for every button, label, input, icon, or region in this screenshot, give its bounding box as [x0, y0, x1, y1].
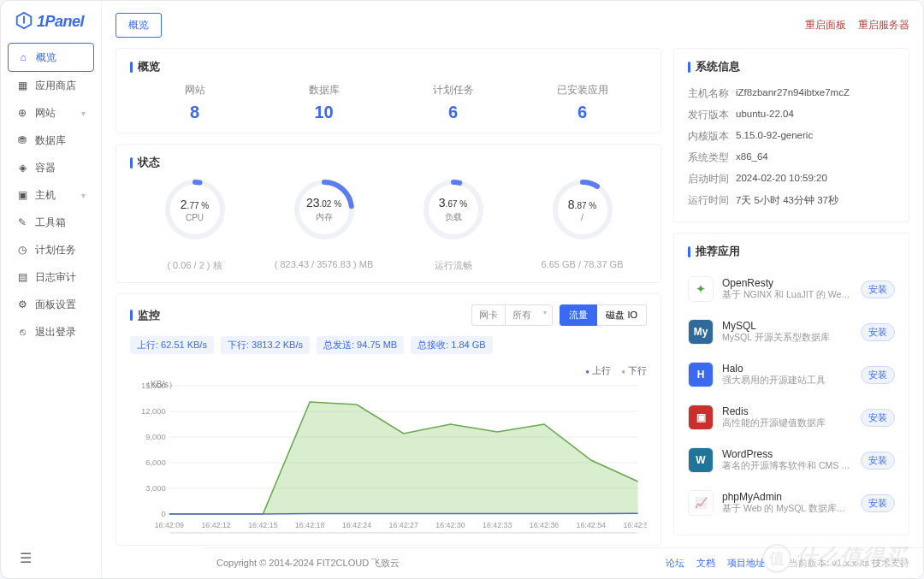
svg-text:16:42:36: 16:42:36: [530, 521, 560, 529]
app-row-3: ▣ Redis高性能的开源键值数据库 安装: [688, 396, 895, 439]
install-button-0[interactable]: 安装: [861, 281, 895, 298]
app-row-2: H Halo强大易用的开源建站工具 安装: [688, 353, 895, 396]
install-button-4[interactable]: 安装: [861, 452, 895, 470]
app-row-4: W WordPress著名的开源博客软件和 CMS 系统 安装: [688, 439, 895, 482]
status-card: 状态 2.77 %CPU ( 0.06 / 2 ) 核 23.02 %内存 ( …: [116, 144, 661, 283]
sidebar-item-1[interactable]: ▦应用商店: [8, 72, 94, 99]
sys-row-3: 系统类型x86_64: [688, 147, 895, 168]
sys-row-1: 发行版本ubuntu-22.04: [688, 104, 895, 126]
svg-text:16:42:18: 16:42:18: [295, 521, 325, 529]
sidebar-item-5[interactable]: ▣主机▾: [8, 181, 94, 209]
restart-server-link[interactable]: 重启服务器: [858, 18, 909, 32]
grid-icon: ▦: [16, 80, 28, 92]
overview-item-0[interactable]: 网站8: [130, 83, 259, 122]
svg-text:16:42:33: 16:42:33: [483, 521, 512, 529]
app-icon: ✦: [688, 276, 714, 302]
svg-text:16:42:24: 16:42:24: [342, 521, 372, 529]
monitor-tag-2: 总发送: 94.75 MB: [317, 336, 404, 354]
db-icon: ⛃: [16, 134, 28, 146]
task-icon: ◷: [16, 244, 28, 256]
sidebar-item-0[interactable]: ⌂概览: [8, 43, 94, 72]
monitor-tag-0: 上行: 62.51 KB/s: [130, 336, 214, 354]
sidebar-item-8[interactable]: ▤日志审计: [8, 263, 94, 291]
app-icon: 📈: [688, 490, 714, 516]
topbar: 概览 重启面板 重启服务器: [116, 13, 909, 38]
traffic-tab[interactable]: 流量: [560, 304, 597, 326]
overview-item-1[interactable]: 数据库10: [259, 83, 388, 122]
sidebar: 1Panel ⌂概览▦应用商店⊕网站▾⛃数据库◈容器▣主机▾✎工具箱◷计划任务▤…: [1, 1, 102, 578]
app-row-5: 📈 phpMyAdmin基于 Web 的 MySQL 数据库管理工具 安装: [688, 482, 895, 524]
svg-text:16:42:57: 16:42:57: [623, 521, 647, 529]
status-item-0: 2.77 %CPU ( 0.06 / 2 ) 核: [130, 179, 259, 272]
nic-label: 网卡: [471, 304, 505, 326]
main-area: 概览 重启面板 重启服务器 概览 网站8数据库10计划任务6已安装应用6 状态 …: [102, 1, 923, 578]
svg-text:16:42:12: 16:42:12: [201, 521, 231, 529]
svg-text:16:42:27: 16:42:27: [389, 521, 419, 529]
footer: Copyright © 2014-2024 FIT2CLOUD 飞致云 论坛 文…: [203, 547, 923, 578]
sys-row-5: 运行时间7天 5小时 43分钟 37秒: [688, 190, 895, 211]
restart-panel-link[interactable]: 重启面板: [805, 18, 846, 32]
nic-value[interactable]: 所有: [505, 304, 553, 326]
svg-text:16:42:15: 16:42:15: [248, 521, 278, 529]
apps-title: 推荐应用: [688, 244, 895, 259]
sidebar-item-9[interactable]: ⚙面板设置: [8, 291, 94, 318]
footer-project-link[interactable]: 项目地址: [727, 557, 765, 570]
overview-item-2[interactable]: 计划任务6: [388, 83, 518, 122]
monitor-title: 监控: [130, 308, 160, 323]
nic-select[interactable]: 网卡 所有: [471, 304, 553, 326]
app-icon: My: [688, 319, 714, 345]
sidebar-label: 日志审计: [35, 270, 76, 285]
sidebar-item-7[interactable]: ◷计划任务: [8, 236, 94, 263]
host-icon: ▣: [16, 189, 28, 201]
svg-text:9,000: 9,000: [145, 433, 165, 441]
install-button-5[interactable]: 安装: [861, 494, 895, 512]
log-icon: ▤: [16, 271, 28, 283]
legend-up: 上行: [585, 364, 611, 377]
overview-title: 概览: [130, 59, 647, 74]
app-row-1: My MySQLMySQL 开源关系型数据库 安装: [688, 310, 895, 353]
overview-card: 概览 网站8数据库10计划任务6已安装应用6: [116, 48, 661, 133]
tool-icon: ✎: [16, 216, 28, 228]
sidebar-label: 主机: [35, 188, 56, 203]
svg-text:16:42:54: 16:42:54: [577, 521, 607, 529]
sidebar-item-2[interactable]: ⊕网站▾: [8, 99, 94, 127]
chevron-down-icon: ▾: [81, 191, 86, 200]
footer-version: 当前版本: v1.x.x-lts 技术支持: [789, 557, 909, 570]
sidebar-item-6[interactable]: ✎工具箱: [8, 209, 94, 236]
sidebar-item-4[interactable]: ◈容器: [8, 154, 94, 181]
status-item-2: 3.67 %负载 运行流畅: [388, 179, 518, 272]
logo: 1Panel: [1, 11, 101, 43]
svg-rect-31: [169, 532, 638, 534]
sidebar-label: 面板设置: [35, 298, 76, 312]
sidebar-label: 应用商店: [35, 79, 76, 93]
hamburger-icon[interactable]: ☰: [20, 550, 32, 566]
sidebar-item-10[interactable]: ⎋退出登录: [8, 318, 94, 346]
overview-item-3[interactable]: 已安装应用6: [518, 83, 647, 122]
chevron-down-icon: ▾: [81, 109, 86, 118]
footer-forum-link[interactable]: 论坛: [666, 557, 684, 570]
diskio-tab[interactable]: 磁盘 IO: [597, 304, 647, 326]
docker-icon: ◈: [16, 162, 28, 174]
install-button-3[interactable]: 安装: [861, 409, 895, 427]
status-item-1: 23.02 %内存 ( 823.43 / 3576.83 ) MB: [259, 179, 388, 272]
install-button-1[interactable]: 安装: [861, 323, 895, 341]
sidebar-item-3[interactable]: ⛃数据库: [8, 127, 94, 154]
footer-docs-link[interactable]: 文档: [696, 557, 715, 570]
overview-tab[interactable]: 概览: [116, 13, 162, 38]
sidebar-label: 计划任务: [35, 243, 76, 257]
install-button-2[interactable]: 安装: [861, 366, 895, 384]
brand-text: 1Panel: [37, 13, 84, 31]
exit-icon: ⎋: [16, 326, 28, 338]
sidebar-label: 容器: [35, 161, 56, 175]
sidebar-label: 退出登录: [35, 325, 76, 340]
app-icon: W: [688, 447, 714, 473]
svg-text:16:42:30: 16:42:30: [435, 521, 465, 529]
apps-card: 推荐应用 ✦ OpenResty基于 NGINX 和 LuaJIT 的 Web …: [673, 233, 909, 535]
sidebar-label: 概览: [36, 50, 56, 65]
sys-row-2: 内核版本5.15.0-92-generic: [688, 126, 895, 147]
gear-icon: ⚙: [16, 298, 28, 310]
svg-text:12,000: 12,000: [141, 407, 166, 416]
sidebar-label: 网站: [35, 106, 56, 121]
sysinfo-title: 系统信息: [688, 59, 895, 74]
svg-text:3,000: 3,000: [145, 484, 165, 493]
